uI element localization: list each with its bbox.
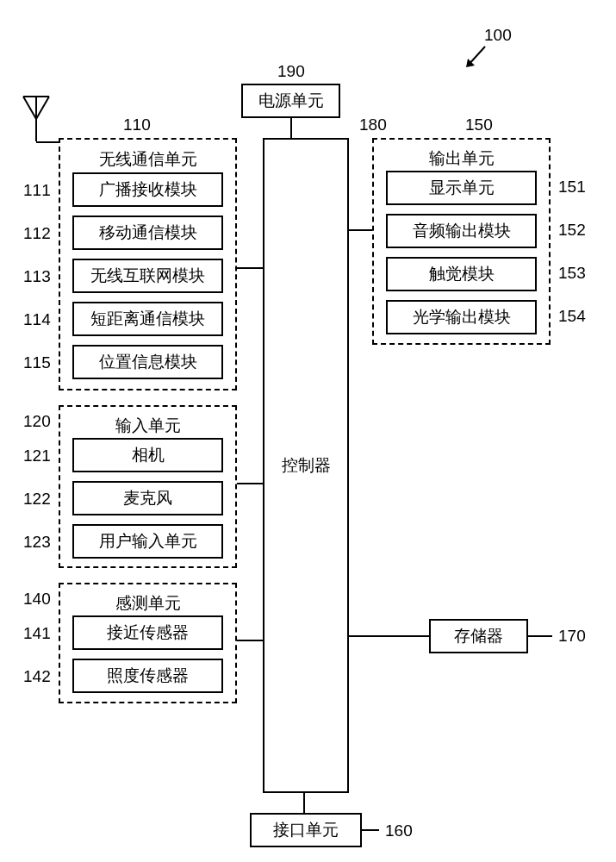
ref-power: 190 (277, 62, 305, 81)
short-range-comm-module-label: 短距离通信模块 (90, 308, 205, 330)
connector (237, 640, 263, 641)
broadcast-module-block: 广播接收模块 (72, 172, 223, 207)
antenna-icon (22, 95, 51, 143)
ref-wmobile: 112 (23, 224, 51, 243)
sensing-unit-label: 感测单元 (60, 584, 235, 615)
user-input-unit-block: 用户输入单元 (72, 524, 223, 559)
camera-block: 相机 (72, 438, 223, 472)
ref-sensing: 140 (23, 590, 51, 609)
microphone-block: 麦克风 (72, 481, 223, 515)
interface-unit-block: 接口单元 (250, 813, 362, 847)
ref-interface: 160 (385, 821, 413, 840)
ref-output: 150 (465, 116, 493, 134)
controller-label: 控制器 (282, 454, 331, 477)
ref-ooptical: 154 (558, 307, 586, 326)
wireless-unit-label: 无线通信单元 (60, 140, 235, 172)
controller-block: 控制器 (263, 138, 349, 793)
location-info-module-label: 位置信息模块 (99, 351, 197, 373)
proximity-sensor-block: 接近传感器 (72, 615, 223, 650)
output-unit-label: 输出单元 (374, 140, 549, 171)
connector (303, 793, 305, 813)
connector (349, 635, 429, 637)
memory-label: 存储器 (454, 625, 503, 647)
mobile-comm-module-label: 移动通信模块 (99, 222, 197, 244)
optical-output-module-block: 光学输出模块 (386, 300, 537, 334)
ref-iuser: 123 (23, 533, 51, 552)
optical-output-module-label: 光学输出模块 (413, 306, 511, 328)
connector (528, 635, 552, 637)
connector (36, 141, 60, 143)
audio-output-module-block: 音频输出模块 (386, 214, 537, 248)
short-range-comm-module-block: 短距离通信模块 (72, 302, 223, 336)
ref-oaudio: 152 (558, 221, 586, 240)
block-diagram: 100 190 电源单元 180 控制器 110 无线通信单元 111 广播接收… (0, 0, 616, 862)
ref-controller: 180 (359, 116, 387, 134)
connector (237, 267, 263, 269)
mobile-comm-module-block: 移动通信模块 (72, 216, 223, 250)
ref-sillum: 142 (23, 667, 51, 686)
pointer-arrow-icon (464, 45, 487, 67)
connector (349, 229, 372, 231)
camera-label: 相机 (132, 444, 165, 466)
ref-sprox: 141 (23, 624, 51, 643)
ref-wshort: 114 (23, 310, 51, 329)
ref-input: 120 (23, 412, 51, 431)
microphone-label: 麦克风 (123, 487, 172, 509)
connector (362, 829, 379, 831)
illumination-sensor-label: 照度传感器 (107, 665, 189, 687)
display-unit-block: 显示单元 (386, 171, 537, 205)
connector (290, 118, 292, 138)
memory-block: 存储器 (429, 619, 528, 653)
user-input-unit-label: 用户输入单元 (99, 530, 197, 553)
ref-winternet: 113 (23, 267, 51, 286)
ref-ohaptic: 153 (558, 264, 586, 283)
input-unit-label: 输入单元 (60, 407, 235, 438)
haptic-module-block: 触觉模块 (386, 257, 537, 291)
ref-odisplay: 151 (558, 178, 586, 197)
connector (237, 483, 263, 484)
ref-imic: 122 (23, 490, 51, 509)
haptic-module-label: 触觉模块 (429, 263, 495, 285)
power-unit-block: 电源单元 (241, 84, 340, 118)
wireless-internet-module-block: 无线互联网模块 (72, 259, 223, 293)
ref-icamera: 121 (23, 447, 51, 465)
audio-output-module-label: 音频输出模块 (413, 220, 511, 242)
broadcast-module-label: 广播接收模块 (99, 178, 197, 201)
wireless-internet-module-label: 无线互联网模块 (90, 265, 205, 287)
illumination-sensor-block: 照度传感器 (72, 659, 223, 693)
location-info-module-block: 位置信息模块 (72, 345, 223, 379)
ref-wireless: 110 (123, 116, 151, 134)
ref-wloc: 115 (23, 353, 51, 372)
ref-wbroadcast: 111 (23, 181, 51, 200)
ref-device: 100 (484, 26, 512, 45)
display-unit-label: 显示单元 (429, 177, 495, 199)
proximity-sensor-label: 接近传感器 (107, 622, 189, 644)
ref-memory: 170 (558, 627, 586, 646)
interface-unit-label: 接口单元 (273, 819, 339, 841)
power-unit-label: 电源单元 (258, 90, 324, 112)
